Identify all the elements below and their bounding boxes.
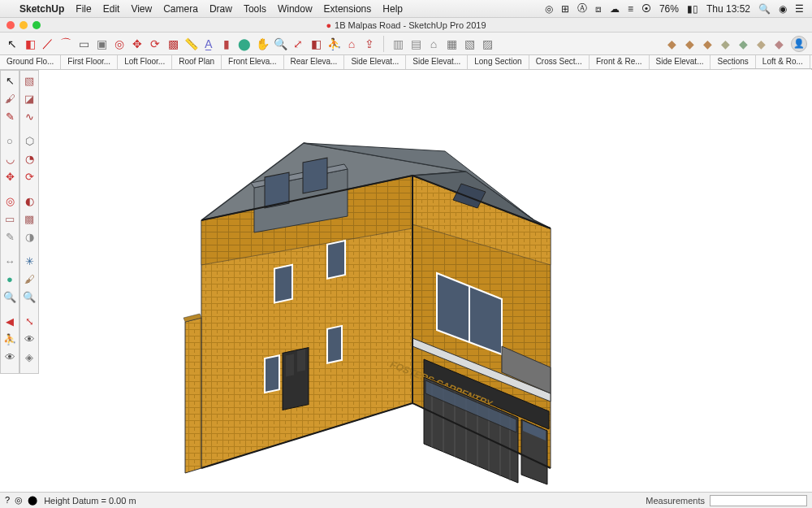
style2-icon[interactable]: ◆ <box>682 37 697 51</box>
section2-icon[interactable]: ◈ <box>20 349 38 365</box>
share-icon[interactable]: ⇪ <box>362 37 377 51</box>
menu-extensions[interactable]: Extensions <box>324 3 372 15</box>
zoom-window-icon[interactable] <box>32 21 41 29</box>
poly-icon[interactable]: ⬡ <box>20 132 38 149</box>
paint-sm-icon[interactable]: 🖌 <box>1 90 19 106</box>
offset2-icon[interactable]: ◎ <box>1 193 19 209</box>
house2-icon[interactable]: ▦ <box>444 37 459 51</box>
walk-icon[interactable]: ⛹ <box>326 37 341 51</box>
line-icon[interactable]: ／ <box>41 37 55 51</box>
rotate2-icon[interactable]: ⟳ <box>20 168 38 185</box>
axe-icon[interactable]: ✳ <box>20 253 38 269</box>
scene-tab[interactable]: Sections <box>710 55 755 69</box>
scene-tab[interactable]: Roof Plan <box>172 55 222 69</box>
eraser2-icon[interactable]: ◪ <box>20 90 38 106</box>
minimize-window-icon[interactable] <box>19 21 28 29</box>
scene-tab[interactable]: Ground Flo... <box>0 55 61 69</box>
wifi-icon[interactable]: ⦿ <box>641 3 651 15</box>
menu-window[interactable]: Window <box>278 3 313 15</box>
text-icon[interactable]: A̲ <box>201 37 216 51</box>
orbit2-icon[interactable]: ● <box>1 271 19 287</box>
menu-help[interactable]: Help <box>382 3 403 15</box>
scale2-icon[interactable]: ▩ <box>20 211 38 227</box>
dim-icon[interactable]: ↔ <box>1 253 19 269</box>
style4-icon[interactable]: ◆ <box>718 37 732 51</box>
scene-tab[interactable]: Side Elevat... <box>650 55 711 69</box>
tape2-icon[interactable]: ✎ <box>1 228 19 245</box>
house3-icon[interactable]: ▧ <box>462 37 477 51</box>
scene-tab[interactable]: Side Elevat... <box>344 55 406 69</box>
scene-tab[interactable]: Front Eleva... <box>222 55 283 69</box>
scene-tab[interactable]: Side Elevat... <box>406 55 468 69</box>
offset-icon[interactable]: ◎ <box>112 37 127 51</box>
stack2-icon[interactable]: ▤ <box>408 37 423 51</box>
close-window-icon[interactable] <box>6 21 15 29</box>
viewport-3d[interactable]: FOSTERS CARPENTRY <box>39 70 812 492</box>
arc-icon[interactable]: ⌒ <box>58 37 73 51</box>
notif-icon[interactable]: ☰ <box>795 3 804 15</box>
style1-icon[interactable]: ◆ <box>664 37 679 51</box>
protractor-icon[interactable]: ◑ <box>20 228 38 245</box>
select-icon[interactable]: ↖ <box>5 37 19 51</box>
user-avatar-icon[interactable]: 👤 <box>791 36 807 52</box>
section-icon[interactable]: ◧ <box>309 37 323 51</box>
eye-icon[interactable]: 👁 <box>1 349 19 365</box>
style6-icon[interactable]: ◆ <box>754 37 768 51</box>
status-b-icon[interactable]: ⧈ <box>595 3 602 15</box>
pie-icon[interactable]: ◔ <box>20 150 38 167</box>
menu-draw[interactable]: Draw <box>209 3 232 15</box>
book-icon[interactable]: ▧ <box>20 72 38 89</box>
walk2-icon[interactable]: ⛹ <box>1 331 19 347</box>
battery-icon[interactable]: ▮▯ <box>687 3 698 15</box>
geo-icon[interactable]: ◎ <box>15 495 23 506</box>
zoom3-icon[interactable]: 🔍 <box>20 289 38 305</box>
scale-icon[interactable]: ▩ <box>166 37 180 51</box>
eraser-icon[interactable]: ◧ <box>23 37 37 51</box>
paint-icon[interactable]: ▮ <box>219 37 234 51</box>
status-a-icon[interactable]: Ⓐ <box>577 2 587 15</box>
menu-camera[interactable]: Camera <box>163 3 198 15</box>
follow-icon[interactable]: ◐ <box>20 193 38 209</box>
rect2-icon[interactable]: ▭ <box>1 211 19 227</box>
person-icon[interactable]: ⬤ <box>28 495 37 506</box>
scene-tab[interactable]: Rear Eleva... <box>284 55 345 69</box>
scene-tab[interactable]: Front & Re... <box>590 55 650 69</box>
prev-icon[interactable]: ◀ <box>1 313 19 329</box>
warehouse-icon[interactable]: ⌂ <box>344 37 359 51</box>
pencil-icon[interactable]: ✎ <box>1 108 19 124</box>
rotate-icon[interactable]: ⟳ <box>148 37 162 51</box>
look-icon[interactable]: 👁 <box>20 331 38 347</box>
siri-icon[interactable]: ◉ <box>779 3 787 15</box>
bluetooth-icon[interactable]: ≡ <box>628 3 633 15</box>
ext-icon[interactable]: ⤡ <box>20 313 38 329</box>
status-loop-icon[interactable]: ◎ <box>545 3 553 15</box>
scene-tab[interactable]: Loft & Ro... <box>756 55 810 69</box>
squiggle-icon[interactable]: ∿ <box>20 108 38 124</box>
circle-icon[interactable]: ○ <box>1 132 19 149</box>
menu-view[interactable]: View <box>131 3 152 15</box>
pushpull-icon[interactable]: ▣ <box>94 37 109 51</box>
status-grid-icon[interactable]: ⊞ <box>561 3 569 15</box>
zoom2-icon[interactable]: 🔍 <box>1 289 19 305</box>
scene-tab[interactable]: Long Section <box>468 55 529 69</box>
move-icon[interactable]: ✥ <box>130 37 145 51</box>
zoom-icon[interactable]: 🔍 <box>273 37 287 51</box>
status-cloud-icon[interactable]: ☁ <box>610 3 620 15</box>
house4-icon[interactable]: ▨ <box>480 37 495 51</box>
style3-icon[interactable]: ◆ <box>700 37 715 51</box>
zoomext-icon[interactable]: ⤢ <box>291 37 305 51</box>
paint2-icon[interactable]: 🖌 <box>20 271 38 287</box>
style5-icon[interactable]: ◆ <box>736 37 750 51</box>
move2-icon[interactable]: ✥ <box>1 168 19 185</box>
scene-tab[interactable]: First Floor... <box>61 55 118 69</box>
stack1-icon[interactable]: ▥ <box>391 37 405 51</box>
arc2-icon[interactable]: ◡ <box>1 150 19 167</box>
scene-tab[interactable]: Loft Floor... <box>118 55 172 69</box>
clock[interactable]: Thu 13:52 <box>706 3 750 15</box>
help-icon[interactable]: ? <box>5 495 10 506</box>
pan-icon[interactable]: ✋ <box>255 37 270 51</box>
scene-tab[interactable]: Cross Sect... <box>529 55 590 69</box>
spotlight-icon[interactable]: 🔍 <box>758 3 771 15</box>
app-name[interactable]: SketchUp <box>19 3 64 15</box>
tape-icon[interactable]: 📏 <box>184 37 198 51</box>
